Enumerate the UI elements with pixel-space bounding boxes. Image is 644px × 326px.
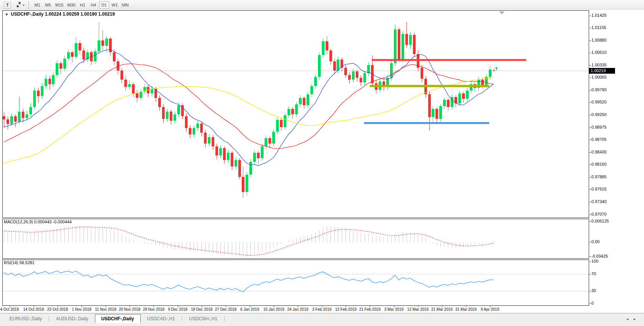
rsi-axis-label-tick [589,274,591,274]
rsi-label: RSI(14) 58.5281 [4,260,35,265]
price-axis-label-tick [589,202,591,202]
price-axis-label: 0.98975 [591,125,607,129]
price-axis-label: 0.97615 [591,187,607,191]
date-axis[interactable]: 4 Oct 201814 Oct 201823 Oct 20181 Nov 20… [0,306,644,313]
rsi-canvas[interactable] [3,260,589,305]
rsi-axis-label: 30 [591,288,596,293]
timeframe-button-m15[interactable]: M15 [54,1,65,9]
tab-separator: | [224,314,225,323]
price-axis-label-tick [589,28,591,28]
toolbar-separator [121,1,122,9]
tab-audusd-daily[interactable]: AUDUSD-,Daily [50,314,95,323]
price-axis-label-tick [589,90,591,90]
rsi-panel: RSI(14) 58.5281 [2,260,589,306]
arrows-icon [16,2,21,8]
tab-scroll-arrows: ◂▸ [626,317,641,321]
price-axis-label-tick [589,40,591,41]
price-axis-label: 1.00610 [591,50,607,55]
macd-axis-label: 0.00 [591,239,599,244]
macd-axis-label: 0.006125 [591,219,609,223]
main-chart-panel: ▼ USDCHF-,Daily 1.00224 1.00259 1.00190 … [2,10,589,218]
price-axis-label: 0.97340 [591,199,607,204]
chart-shift-marker-icon[interactable] [499,11,504,14]
price-axis-label: 0.99790 [591,87,607,92]
timeframe-toolbar: M1M5M15M30H1H4D1W1MN [32,1,131,9]
tab-scroll-left-icon[interactable]: ◂ [626,317,634,321]
price-axis-label-tick [589,127,591,128]
price-axis-label-tick [589,115,591,115]
price-axis-label-tick [589,16,591,16]
chart-symbol-label: USDCHF-,Daily [11,11,43,17]
price-axis-label: 1.00880 [591,38,607,42]
tab-usdcnh-h1[interactable]: USDCNH-,H1 [183,314,224,323]
chevron-down-icon: ▾ [23,3,24,7]
macd-value-signal: -0.000444 [53,219,72,224]
price-axis-label: 1.01425 [591,13,607,18]
rsi-axis-label-tick [589,261,591,262]
price-axis-label: 0.99520 [591,100,607,104]
price-axis-label-tick [589,189,591,190]
price-axis-label-tick [589,152,591,153]
price-axis-label-tick [589,165,591,165]
macd-axis-label-tick [589,242,591,242]
price-axis-label-tick [589,53,591,53]
rsi-axis-label-tick [589,291,591,291]
macd-value-main: 0.000443 [34,219,51,224]
timeframe-button-h4[interactable]: H4 [88,1,98,9]
tab-usdchf-daily[interactable]: USDCHF-,Daily [95,314,141,323]
price-axis-label-tick [589,77,591,78]
toolbar-grip [28,1,30,9]
price-axis-label: 1.01155 [591,25,606,30]
price-axis-label-tick [589,102,591,103]
text-tool-icon: T [4,2,11,9]
chart-window: ▼ USDCHF-,Daily 1.00224 1.00259 1.00190 … [0,10,644,313]
main-chart-canvas[interactable] [3,11,589,218]
price-axis-label: 1.00335 [591,63,607,67]
rsi-value: 58.5281 [19,260,35,265]
collapse-icon[interactable]: ▼ [5,13,8,16]
price-axis-label: 0.98430 [591,150,607,154]
chart-ohlc-values: 1.00224 1.00259 1.00190 1.00219 [45,11,115,17]
timeframe-button-m5[interactable]: M5 [43,1,53,9]
macd-axis-label-tick [589,257,591,257]
timeframe-button-h1[interactable]: H1 [78,1,88,9]
macd-panel: MACD(12,26,9) 0.000443 -0.000444 [2,219,589,259]
rsi-axis-label: 70 [591,271,596,276]
timeframe-button-m1[interactable]: M1 [32,1,42,9]
cursor-arrows-button[interactable]: ▾ [14,1,26,9]
price-axis-label-tick [589,140,591,140]
current-price-box: 1.00219 [589,68,615,74]
timeframe-button-m30[interactable]: M30 [66,1,77,9]
rsi-axis-label: 0 [591,301,594,305]
tab-eurusd-daily[interactable]: EURUSD-,Daily [3,314,48,323]
price-axis-label: 0.98160 [591,162,607,166]
chart-title: ▼ USDCHF-,Daily 1.00224 1.00259 1.00190 … [5,11,115,17]
date-label: 9 Apr 2019 [475,307,504,311]
tab-usdcad-h1[interactable]: USDCAD-,H1 [141,314,181,323]
price-axis-label: 0.97070 [591,212,607,216]
macd-canvas[interactable] [3,219,589,258]
timeframe-button-mn[interactable]: MN [120,1,130,9]
price-axis-label: 1.00065 [591,75,607,79]
chart-tabs-bar: EURUSD-,Daily|AUDUSD-,DailyUSDCHF-,Daily… [0,313,644,326]
rsi-axis-label-tick [589,303,591,304]
macd-label: MACD(12,26,9) 0.000443 -0.000444 [4,219,72,224]
text-tool-button[interactable]: T [2,1,13,9]
timeframe-button-d1[interactable]: D1 [99,1,109,9]
price-axis-label: 0.97885 [591,174,607,179]
macd-axis-label: -0.00425 [591,254,608,258]
price-axis-label-tick [589,215,591,215]
price-axis-label: 0.99250 [591,112,607,117]
top-toolbar: T ▾ M1M5M15M30H1H4D1W1MN [0,0,644,10]
tab-scroll-right-icon[interactable]: ▸ [634,317,641,321]
chart-tabs: EURUSD-,Daily|AUDUSD-,DailyUSDCHF-,Daily… [3,314,225,323]
mt4-window: T ▾ M1M5M15M30H1H4D1W1MN ▼ USDCHF-,Daily… [0,0,644,326]
price-axis-label-tick [589,177,591,178]
price-axis-label: 0.98705 [591,137,607,142]
price-axis-label-tick [589,65,591,66]
timeframe-button-w1[interactable]: W1 [110,1,120,9]
rsi-axis-label: 100 [591,259,598,263]
macd-axis-label-tick [589,221,591,222]
